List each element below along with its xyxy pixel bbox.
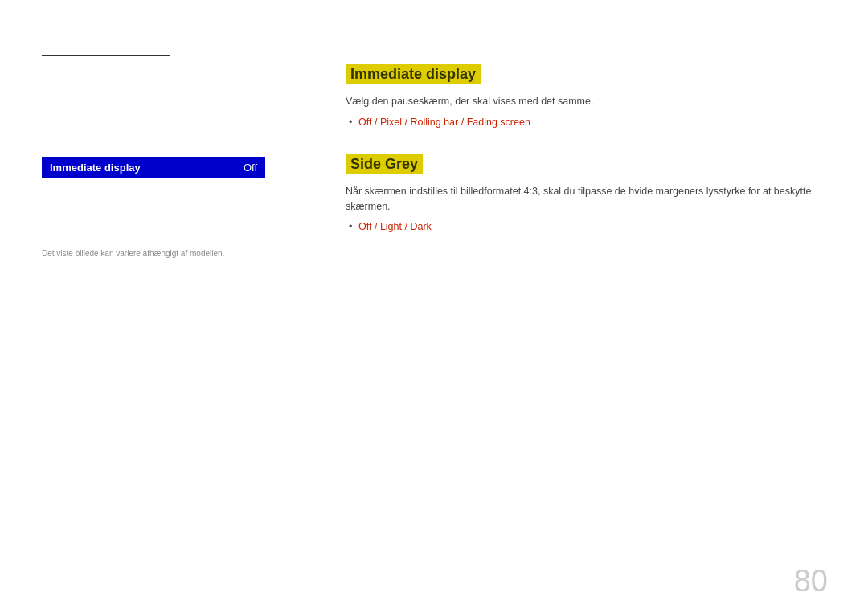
bottom-note: Det viste billede kan variere afhængigt … — [42, 249, 251, 258]
left-panel: Immediate display Off — [42, 157, 265, 178]
menu-item-label: Immediate display — [50, 161, 141, 174]
section2-options-list: Off / Light / Dark — [346, 219, 844, 235]
section1-options-item: Off / Pixel / Rolling bar / Fading scree… — [346, 114, 844, 130]
separator1: / — [375, 116, 380, 128]
page-number: 80 — [794, 564, 828, 599]
option-off2: Off — [358, 221, 371, 232]
section1-description: Vælg den pauseskærm, der skal vises med … — [346, 94, 844, 109]
section1-options-list: Off / Pixel / Rolling bar / Fading scree… — [346, 114, 844, 130]
section-immediate-display: Immediate display Vælg den pauseskærm, d… — [346, 64, 844, 130]
menu-item-bar[interactable]: Immediate display Off — [42, 157, 265, 178]
option-pixel: Pixel — [380, 116, 402, 128]
option-dark: Dark — [410, 221, 431, 232]
separator3: / — [461, 116, 467, 128]
option-off: Off — [358, 116, 371, 128]
section1-options-link: Off / Pixel / Rolling bar / Fading scree… — [358, 116, 530, 128]
section2-options-item: Off / Light / Dark — [346, 219, 844, 235]
menu-item-value: Off — [244, 161, 257, 174]
section2-options-link: Off / Light / Dark — [358, 221, 432, 232]
right-content: Immediate display Vælg den pauseskærm, d… — [346, 64, 844, 259]
bottom-divider-line — [42, 243, 190, 243]
top-line-left — [42, 55, 170, 56]
option-rolling: Rolling bar — [410, 116, 458, 128]
separator4: / — [375, 221, 380, 232]
page-container: Immediate display Off Det viste billede … — [0, 0, 868, 613]
section2-title: Side Grey — [346, 154, 423, 174]
section1-title: Immediate display — [346, 64, 481, 84]
section-side-grey: Side Grey Når skærmen indstilles til bil… — [346, 154, 844, 235]
top-line-right — [185, 55, 828, 55]
section2-description: Når skærmen indstilles til billedformate… — [346, 184, 844, 215]
option-fading: Fading screen — [467, 116, 530, 128]
option-light: Light — [380, 221, 402, 232]
